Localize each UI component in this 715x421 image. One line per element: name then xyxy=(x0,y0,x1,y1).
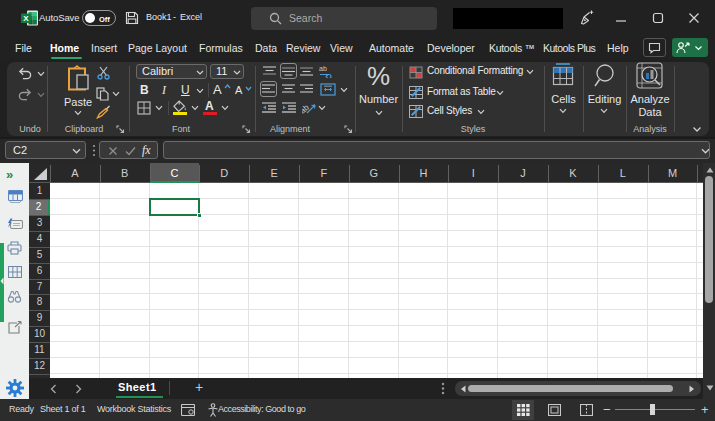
svg-text:X: X xyxy=(23,14,29,23)
svg-text:ab: ab xyxy=(319,65,327,72)
svg-text:ab: ab xyxy=(302,102,311,115)
